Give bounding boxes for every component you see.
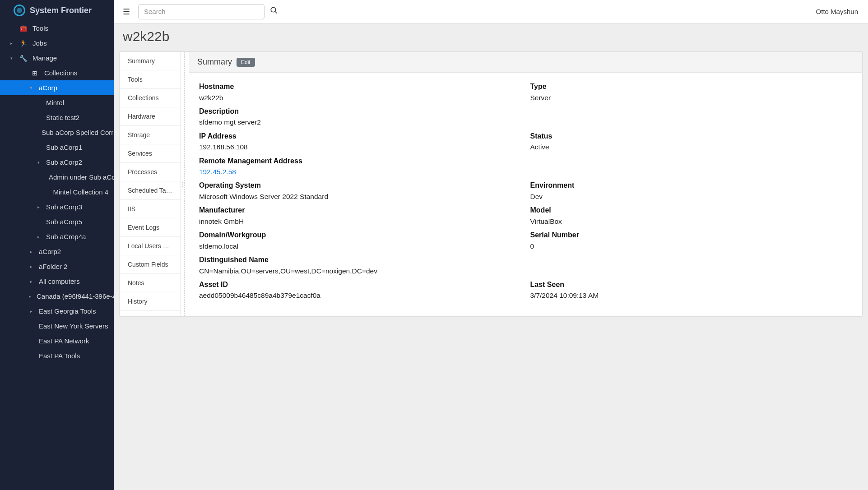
sub-tab-history[interactable]: History (120, 292, 181, 311)
tree-item-label: East PA Tools (39, 352, 80, 360)
sub-tab-notes[interactable]: Notes (120, 274, 181, 292)
tree-item-label: Mintel (46, 99, 64, 106)
rma-label: Remote Management Address (199, 155, 852, 167)
tree-item[interactable]: ▸Sub aCorp3 (0, 199, 114, 214)
sub-tab-storage[interactable]: Storage (120, 126, 181, 144)
tree-item[interactable]: ▸aFolder 2 (0, 259, 114, 274)
edit-button[interactable]: Edit (237, 58, 255, 67)
env-label: Environment (530, 180, 853, 191)
brand[interactable]: System Frontier (0, 0, 114, 21)
search-input[interactable] (138, 4, 265, 19)
sub-tab-collections[interactable]: Collections (120, 89, 181, 107)
hostname-value: w2k22b (199, 92, 521, 103)
nav-label: Jobs (32, 39, 47, 47)
serial-value: 0 (530, 241, 853, 251)
tree-item[interactable]: Mintel Collection 4 (0, 185, 114, 199)
tree-item[interactable]: ▸Canada (e96f9441-396e-41f8- (0, 289, 114, 304)
running-icon: 🏃 (19, 40, 27, 47)
tree-item-label: Static test2 (46, 114, 79, 121)
os-value: Microsoft Windows Server 2022 Standard (199, 191, 521, 202)
lastseen-value: 3/7/2024 10:09:13 AM (530, 290, 853, 300)
tree-item[interactable]: Sub aCorp Spelled Correctly (0, 125, 114, 140)
tree-item-label: Sub aCorp5 (46, 218, 82, 226)
nav-jobs[interactable]: ▸ 🏃 Jobs (0, 36, 114, 51)
tree-item[interactable]: ▾Sub aCorp2 (0, 155, 114, 170)
card-title: Summary (197, 57, 232, 67)
domain-label: Domain/Workgroup (199, 229, 521, 241)
svg-line-1 (275, 11, 277, 14)
dn-value: CN=Namibia,OU=servers,OU=west,DC=noxigen… (199, 266, 852, 276)
tree-item[interactable]: Mintel (0, 95, 114, 110)
tree-item[interactable]: Sub aCorp5 (0, 214, 114, 229)
search-button[interactable] (270, 6, 278, 17)
chevron-right-icon: ▸ (29, 294, 31, 299)
sidebar: System Frontier 🧰 Tools ▸ 🏃 Jobs ▾ 🔧 Man… (0, 0, 114, 490)
user-menu[interactable]: Otto Mayshun (816, 8, 862, 15)
chevron-right-icon: ▸ (29, 264, 33, 269)
asset-label: Asset ID (199, 279, 521, 291)
serial-label: Serial Number (530, 229, 853, 241)
os-label: Operating System (199, 180, 521, 191)
tree-item-label: aCorp (39, 84, 57, 92)
sub-tab-scheduled-tasks[interactable]: Scheduled Tasks (120, 181, 181, 200)
sub-tab-tools[interactable]: Tools (120, 70, 181, 89)
sub-tab-services[interactable]: Services (120, 144, 181, 163)
sub-tab-iis[interactable]: IIS (120, 200, 181, 218)
tree-item-label: East New York Servers (39, 322, 108, 330)
tree-item[interactable]: East PA Tools (0, 348, 114, 363)
domain-value: sfdemo.local (199, 241, 521, 251)
sub-tab-hardware[interactable]: Hardware (120, 107, 181, 126)
tree-item-label: East Georgia Tools (39, 307, 96, 315)
chevron-down-icon: ▾ (36, 160, 41, 165)
nav-manage[interactable]: ▾ 🔧 Manage (0, 51, 114, 65)
search-icon (270, 6, 278, 14)
summary-body: Hostname w2k22b Type Server Description … (189, 73, 862, 316)
sub-tab-custom-fields[interactable]: Custom Fields (120, 255, 181, 274)
tree-item[interactable]: Admin under Sub aCorp2 (0, 170, 114, 185)
tree-item[interactable]: ▸Sub aCrop4a (0, 229, 114, 244)
chevron-right-icon: ▸ (36, 235, 41, 239)
sub-tab-local-users-gr-[interactable]: Local Users & Gr... (120, 237, 181, 255)
type-value: Server (530, 92, 853, 103)
type-label: Type (530, 81, 853, 92)
nav-label: Tools (32, 24, 48, 32)
chevron-down-icon: ▼ (29, 86, 33, 90)
sub-tab-processes[interactable]: Processes (120, 163, 181, 181)
status-label: Status (530, 130, 853, 142)
tree-item[interactable]: Static test2 (0, 110, 114, 125)
sub-tab-event-logs[interactable]: Event Logs (120, 218, 181, 237)
tree-item-label: Sub aCorp2 (46, 158, 82, 166)
tree-item[interactable]: East PA Network (0, 333, 114, 348)
manufacturer-value: innotek GmbH (199, 216, 521, 227)
tree-item-label: Admin under Sub aCorp2 (49, 173, 114, 181)
tree-item[interactable]: ⊞Collections (0, 65, 114, 80)
nav-tools[interactable]: 🧰 Tools (0, 21, 114, 36)
description-label: Description (199, 106, 852, 117)
collections-icon: ⊞ (31, 69, 39, 77)
tree-item[interactable]: ▸East Georgia Tools (0, 304, 114, 319)
summary-card: Summary Edit Hostname w2k22b Type Server… (189, 52, 862, 316)
tree-item-label: East PA Network (39, 337, 89, 345)
lastseen-label: Last Seen (530, 279, 853, 291)
toolbox-icon: 🧰 (19, 25, 27, 32)
description-value: sfdemo mgt server2 (199, 117, 852, 127)
sub-tab-summary[interactable]: Summary (120, 52, 181, 70)
tree-item[interactable]: ▼aCorp (0, 80, 114, 95)
tree-item[interactable]: Sub aCorp1 (0, 140, 114, 155)
dn-label: Distinguished Name (199, 254, 852, 266)
chevron-right-icon: ▸ (29, 250, 33, 254)
wrench-icon: 🔧 (19, 55, 27, 62)
card-header: Summary Edit (189, 52, 862, 73)
hamburger-icon[interactable]: ☰ (120, 5, 133, 18)
tree-item[interactable]: ▸All computers (0, 274, 114, 289)
caret-down-icon: ▾ (9, 56, 14, 60)
resize-handle[interactable]: ⋮ (181, 52, 185, 316)
tree-item[interactable]: ▸aCorp2 (0, 244, 114, 259)
ip-value: 192.168.56.108 (199, 142, 521, 152)
tree-item-label: aFolder 2 (39, 263, 67, 270)
tree-item-label: aCorp2 (39, 248, 61, 255)
tree-item[interactable]: East New York Servers (0, 319, 114, 333)
content: SummaryToolsCollectionsHardwareStorageSe… (114, 51, 868, 490)
caret-icon: ▸ (9, 41, 14, 46)
rma-value[interactable]: 192.45.2.58 (199, 168, 236, 176)
